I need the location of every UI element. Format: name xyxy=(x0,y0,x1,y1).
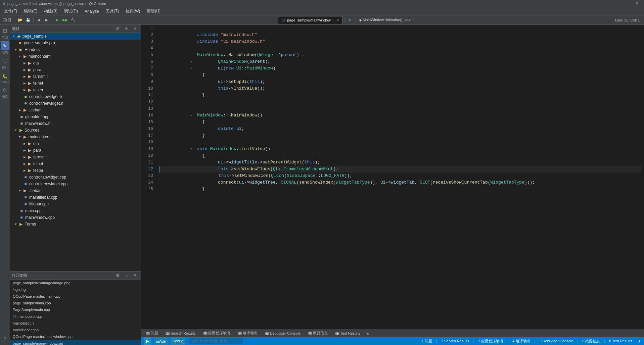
tree-item-maincontent-h[interactable]: ▼ ▶ maincontent xyxy=(10,53,141,60)
tree-item-titlebar-h[interactable]: ▶ ▶ titlebar xyxy=(10,107,141,113)
toolbar-open-btn[interactable]: 📂 xyxy=(16,16,24,24)
status-search-input[interactable] xyxy=(189,338,243,344)
status-search[interactable] xyxy=(188,338,244,344)
tree-arrow-ota-h[interactable]: ▶ xyxy=(22,61,27,65)
tree-item-ota-h[interactable]: ▶ ▶ ota xyxy=(10,60,141,66)
tree-item-telnet-h[interactable]: ▶ ▶ telnet xyxy=(10,80,141,87)
minimize-btn[interactable]: ─ xyxy=(617,2,626,6)
bottom-tab-test[interactable]: 8Test Results xyxy=(332,331,364,336)
bottom-tab-compile[interactable]: 4编译输出 xyxy=(234,330,261,336)
editor-tab-close[interactable]: ✕ xyxy=(336,18,339,22)
tree-arrow-tarnsmit-h[interactable]: ▶ xyxy=(22,74,27,79)
tree-arrow-sources[interactable]: ▼ xyxy=(13,128,18,133)
sidebar-debug[interactable]: 🐛 xyxy=(1,71,9,80)
open-files-list[interactable]: page_sample/res/image/image.png logo.jpg… xyxy=(10,280,141,345)
toolbar-forward-btn[interactable]: ▶ xyxy=(43,16,50,24)
tree-item-mainwindow-h[interactable]: ■ mainwindow.h xyxy=(10,120,141,127)
tree-arrow-para-s[interactable]: ▶ xyxy=(22,148,27,153)
menu-build[interactable]: 构建(B) xyxy=(41,8,60,15)
tree-item-para-h[interactable]: ▶ ▶ para xyxy=(10,66,141,73)
bottom-tab-debugger[interactable]: 5Debugger Console xyxy=(262,331,304,336)
tree-item-titlebar-cpp[interactable]: ■ titlebar.cpp xyxy=(10,201,141,207)
editor-tab-mainwindow[interactable]: ⬡ page_sample/mainwindow.... ✕ xyxy=(278,16,343,24)
code-content[interactable]: #include "mainwindow.h" #include "ui_mai… xyxy=(156,25,644,329)
tree-arrow-telnet-h[interactable]: ▶ xyxy=(22,81,27,86)
tree-item-globaldef[interactable]: ■ globaldef.hpp xyxy=(10,113,141,120)
tree-arrow-forms[interactable]: ▼ xyxy=(13,222,18,227)
tree-item-titlebar-s[interactable]: ▼ ▶ titlebar xyxy=(10,187,141,194)
tree-arrow-headers[interactable]: ▼ xyxy=(13,47,18,52)
project-close-btn[interactable]: ✕ xyxy=(131,25,139,33)
tree-item-maincontent-s[interactable]: ▼ ▶ maincontent xyxy=(10,134,141,140)
open-file-page-main[interactable]: page_sample/main.cpp xyxy=(10,300,141,306)
tree-arrow-tester-s[interactable]: ▶ xyxy=(22,168,27,173)
open-file-mainobject-h[interactable]: mainobject.h xyxy=(10,320,141,327)
menu-help[interactable]: 帮助(H) xyxy=(144,8,163,15)
toolbar-save-btn[interactable]: 💾 xyxy=(25,16,32,24)
menu-analyze[interactable]: Analyze xyxy=(82,8,102,14)
project-filter-btn[interactable]: ⊟ xyxy=(114,25,121,33)
tree-arrow-telnet-s[interactable]: ▶ xyxy=(22,161,27,166)
bottom-tab-expand-icon[interactable]: ▲ xyxy=(366,331,370,336)
status-test-results[interactable]: 8 Test Results xyxy=(608,339,634,343)
tree-item-controltabwidget-cpp[interactable]: ■ controltabwidget.cpp xyxy=(10,174,141,181)
sidebar-welcome[interactable]: ⊞ xyxy=(1,26,9,35)
open-files-filter-btn[interactable]: ⊟ xyxy=(114,272,121,279)
open-file-image-png[interactable]: page_sample/res/image/image.png xyxy=(10,280,141,286)
project-sync-btn[interactable]: ⟳ xyxy=(123,25,130,33)
tree-arrow-tarnsmit-s[interactable]: ▶ xyxy=(22,155,27,159)
toolbar-build-btn[interactable]: 🔨 xyxy=(70,16,77,24)
tree-item-tester-s[interactable]: ▶ ▶ tester xyxy=(10,167,141,174)
tree-item-para-s[interactable]: ▶ ▶ para xyxy=(10,147,141,154)
menu-debug[interactable]: 调试(D) xyxy=(61,8,81,15)
open-files-expand-btn[interactable]: ↕ xyxy=(123,272,130,279)
toolbar-back-btn[interactable]: ◀ xyxy=(35,16,42,24)
tree-item-controltreewidget-h[interactable]: ■ controltreewidget.h xyxy=(10,100,141,107)
open-file-logo[interactable]: logo.jpg xyxy=(10,286,141,293)
sidebar-help[interactable]: ? xyxy=(1,335,9,344)
open-file-page-mainwindow[interactable]: page_sample/mainwindow.cpp xyxy=(10,340,141,345)
tree-item-main-cpp[interactable]: ■ main.cpp xyxy=(10,207,141,214)
tree-arrow-tester-h[interactable]: ▶ xyxy=(22,88,27,92)
status-compile-output[interactable]: 4 编译输出 xyxy=(511,339,532,344)
toolbar-hash-btn[interactable]: # xyxy=(346,16,353,24)
open-file-mainobject-cpp[interactable]: ⬡mainobject.cpp xyxy=(10,313,141,320)
open-file-maintitlebar[interactable]: maintitlebar.cpp xyxy=(10,327,141,333)
bottom-tab-app-output[interactable]: 3应用程序输出 xyxy=(200,330,234,336)
toolbar-run-btn[interactable]: ▶ xyxy=(53,16,61,24)
tree-item-root[interactable]: ▼ ◉ page_sample xyxy=(10,33,141,40)
maximize-btn[interactable]: □ xyxy=(625,2,633,6)
tree-arrow-root[interactable]: ▼ xyxy=(11,34,16,39)
tree-item-telnet-s[interactable]: ▶ ▶ telnet xyxy=(10,160,141,167)
menu-tools[interactable]: 工具(T) xyxy=(103,8,122,15)
status-issues[interactable]: 1 问题 xyxy=(420,339,433,344)
toolbar-debug-run-btn[interactable]: ▶▶ xyxy=(61,16,69,24)
bottom-tab-search[interactable]: 2Search Results xyxy=(162,331,199,336)
tree-arrow-ota-s[interactable]: ▶ xyxy=(22,141,27,146)
tree-item-ota-s[interactable]: ▶ ▶ ota xyxy=(10,140,141,147)
tree-item-controltreewidget-cpp[interactable]: ■ controltreewidget.cpp xyxy=(10,181,141,187)
tree-item-controltabwidget-h[interactable]: ■ controltabwidget.h xyxy=(10,93,141,100)
menu-edit[interactable]: 编辑(E) xyxy=(21,8,40,15)
sidebar-design[interactable]: ⬡ xyxy=(1,56,9,65)
status-search-results[interactable]: 2 Search Results xyxy=(440,339,471,343)
tree-arrow-maincontent-h[interactable]: ▼ xyxy=(17,54,22,59)
tree-item-sources[interactable]: ▼ ▶ Sources xyxy=(10,127,141,134)
tree-arrow-titlebar-s[interactable]: ▼ xyxy=(17,188,22,193)
status-debugger-console[interactable]: 5 Debugger Console xyxy=(538,339,574,343)
tree-item-maintitlebar-cpp[interactable]: ■ maintitlebar.cpp xyxy=(10,194,141,201)
status-overview[interactable]: 6 概要信息 xyxy=(581,339,601,344)
bottom-tab-overview[interactable]: 6概要信息 xyxy=(305,330,331,336)
menu-file[interactable]: 文件(F) xyxy=(1,8,20,15)
project-tree[interactable]: ▼ ◉ page_sample ■ page_sample.pro ▼ ▶ He… xyxy=(10,33,141,271)
sidebar-edit[interactable]: ✎ xyxy=(1,41,9,50)
close-btn[interactable]: ✕ xyxy=(633,1,641,6)
code-editor[interactable]: 1 2 3 4 5 6 7 8 9 10 11 12 13 14 15 16 1… xyxy=(141,25,644,329)
tree-item-forms[interactable]: ▼ ▶ Forms xyxy=(10,221,141,228)
tree-item-tester-h[interactable]: ▶ ▶ tester xyxy=(10,87,141,93)
tree-arrow-maincontent-s[interactable]: ▼ xyxy=(17,135,22,139)
status-app-output[interactable]: 3 应用程序输出 xyxy=(477,339,505,344)
tree-arrow-titlebar-h[interactable]: ▶ xyxy=(17,108,22,112)
sidebar-project[interactable]: ⚙ xyxy=(1,86,9,94)
tree-item-tarnsmit-h[interactable]: ▶ ▶ tarnsmit xyxy=(10,73,141,80)
